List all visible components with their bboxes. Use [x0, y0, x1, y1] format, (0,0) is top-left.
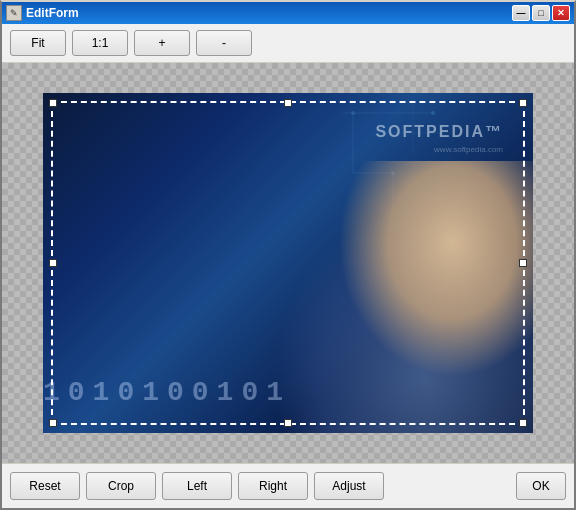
- zoom-in-button[interactable]: +: [134, 30, 190, 56]
- canvas-area: SOFTPEDIA™ www.softpedia.com: [2, 63, 574, 463]
- close-button[interactable]: ✕: [552, 5, 570, 21]
- fit-button[interactable]: Fit: [10, 30, 66, 56]
- binary-text: 1010100101: [43, 377, 291, 413]
- right-button[interactable]: Right: [238, 472, 308, 500]
- title-bar-buttons: — □ ✕: [512, 5, 570, 21]
- image-background: SOFTPEDIA™ www.softpedia.com: [43, 93, 533, 433]
- ok-button[interactable]: OK: [516, 472, 566, 500]
- crop-button[interactable]: Crop: [86, 472, 156, 500]
- image-container: SOFTPEDIA™ www.softpedia.com: [43, 93, 533, 433]
- left-button[interactable]: Left: [162, 472, 232, 500]
- svg-point-4: [351, 111, 355, 115]
- minimize-button[interactable]: —: [512, 5, 530, 21]
- reset-button[interactable]: Reset: [10, 472, 80, 500]
- adjust-button[interactable]: Adjust: [314, 472, 384, 500]
- zoom-out-button[interactable]: -: [196, 30, 252, 56]
- window-title: EditForm: [26, 6, 79, 20]
- one-to-one-button[interactable]: 1:1: [72, 30, 128, 56]
- title-bar: ✎ EditForm — □ ✕: [2, 2, 574, 24]
- svg-point-6: [431, 111, 435, 115]
- title-bar-left: ✎ EditForm: [6, 5, 79, 21]
- window-icon: ✎: [6, 5, 22, 21]
- maximize-button[interactable]: □: [532, 5, 550, 21]
- main-window: ✎ EditForm — □ ✕ Fit 1:1 + - SOFTPEDIA™ …: [0, 0, 576, 510]
- bottom-bar: Reset Crop Left Right Adjust OK: [2, 463, 574, 508]
- binary-overlay: 1010100101: [43, 333, 533, 413]
- toolbar: Fit 1:1 + -: [2, 24, 574, 63]
